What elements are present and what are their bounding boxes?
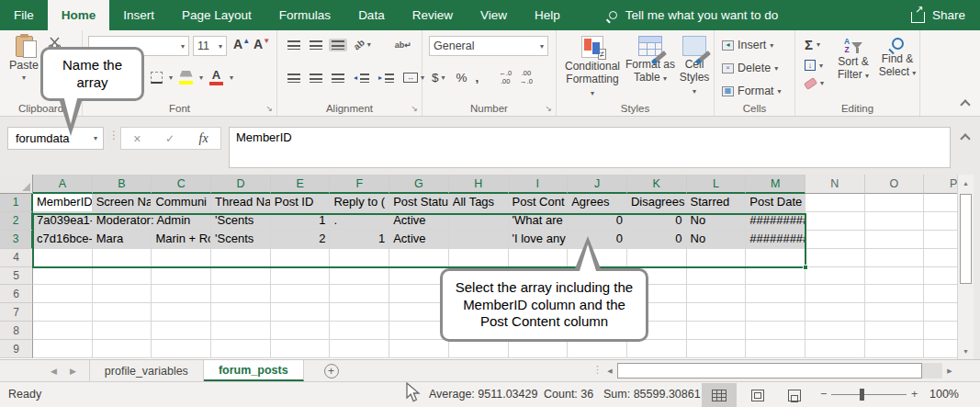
cell-I2[interactable]: 'What are — [509, 212, 569, 231]
cell-D8[interactable] — [211, 322, 271, 340]
cell-N6[interactable] — [805, 285, 865, 303]
cell-H3[interactable] — [449, 231, 509, 249]
cell-E8[interactable] — [271, 322, 331, 340]
normal-view-button[interactable] — [702, 383, 737, 407]
row-header-1[interactable]: 1 — [0, 194, 33, 212]
select-all-corner[interactable] — [0, 175, 33, 194]
cell-K1[interactable]: Disagrees — [627, 194, 687, 212]
cell-O4[interactable] — [865, 249, 925, 267]
column-header-K[interactable]: K — [627, 175, 687, 194]
cell-N9[interactable] — [805, 340, 865, 358]
number-format-combo[interactable]: General▾ — [429, 36, 548, 56]
cell-M3[interactable]: ######### — [746, 231, 805, 249]
cell-A4[interactable] — [33, 249, 93, 267]
comma-style-button[interactable]: , — [476, 71, 479, 85]
cell-M9[interactable] — [746, 340, 805, 358]
format-cells-button[interactable]: ▦Format▾ — [722, 85, 782, 97]
column-header-D[interactable]: D — [211, 175, 271, 194]
cell-N1[interactable] — [805, 194, 865, 212]
column-header-A[interactable]: A — [33, 175, 93, 194]
middle-align-button[interactable] — [307, 39, 325, 51]
column-header-L[interactable]: L — [687, 175, 747, 194]
cell-C7[interactable] — [152, 303, 211, 322]
tab-file[interactable]: File — [0, 0, 48, 30]
cell-A9[interactable] — [33, 340, 93, 358]
cell-A2[interactable]: 7a039ea1- — [33, 212, 93, 231]
zoom-out-button[interactable]: − — [820, 388, 827, 401]
cell-B8[interactable] — [93, 322, 152, 340]
new-sheet-button[interactable]: + — [324, 364, 339, 379]
cell-O6[interactable] — [865, 285, 925, 303]
cell-P3[interactable] — [924, 231, 957, 249]
cell-D7[interactable] — [211, 303, 271, 322]
cell-N3[interactable] — [805, 231, 865, 249]
cell-E7[interactable] — [271, 303, 331, 322]
row-header-3[interactable]: 3 — [0, 231, 33, 249]
column-header-M[interactable]: M — [746, 175, 805, 194]
cell-O2[interactable] — [865, 212, 925, 231]
cell-B5[interactable] — [93, 267, 152, 286]
cell-B3[interactable]: Mara — [93, 231, 152, 249]
cell-F4[interactable] — [330, 249, 389, 267]
formula-input[interactable]: MemberID — [229, 127, 951, 168]
cell-M4[interactable] — [746, 249, 805, 267]
cell-F6[interactable] — [330, 285, 389, 303]
cell-L7[interactable] — [687, 303, 747, 322]
cell-H2[interactable] — [449, 212, 509, 231]
column-header-N[interactable]: N — [805, 175, 865, 194]
column-header-F[interactable]: F — [330, 175, 389, 194]
cell-C3[interactable]: Marin + Ro — [152, 231, 211, 249]
top-align-button[interactable] — [285, 39, 303, 51]
cell-G2[interactable]: Active — [389, 212, 449, 231]
column-header-E[interactable]: E — [271, 175, 331, 194]
align-right-button[interactable] — [329, 72, 347, 85]
cell-G9[interactable] — [389, 340, 449, 358]
cell-N7[interactable] — [805, 303, 865, 322]
tab-formulas[interactable]: Formulas — [265, 0, 344, 30]
cell-H1[interactable]: All Tags — [449, 194, 509, 212]
cell-B2[interactable]: Moderator: Admin — [93, 212, 152, 231]
cell-J1[interactable]: Agrees — [568, 194, 627, 212]
row-header-4[interactable]: 4 — [0, 249, 33, 267]
cell-D2[interactable]: 'Scents — [211, 212, 271, 231]
cell-E3[interactable]: 2 — [271, 231, 331, 249]
cell-F5[interactable] — [330, 267, 389, 286]
orientation-button[interactable]: ab▾ — [351, 38, 374, 51]
decrease-indent-button[interactable]: ◂ — [351, 72, 372, 85]
cancel-button[interactable]: × — [133, 131, 141, 146]
cell-O5[interactable] — [865, 267, 925, 286]
cell-P1[interactable] — [924, 194, 957, 212]
cell-C5[interactable] — [152, 267, 211, 286]
cell-K4[interactable] — [627, 249, 687, 267]
cell-E4[interactable] — [271, 249, 331, 267]
cell-O3[interactable] — [865, 231, 925, 249]
find-select-button[interactable]: Find & Select ▾ — [876, 38, 918, 79]
scroll-up-arrow[interactable]: ▲ — [958, 175, 974, 191]
formula-bar-collapse-button[interactable] — [956, 129, 974, 148]
tab-help[interactable]: Help — [521, 0, 574, 30]
cell-D9[interactable] — [211, 340, 271, 358]
wrap-text-button[interactable]: ab↵ — [392, 39, 414, 51]
tab-page-layout[interactable]: Page Layout — [168, 0, 265, 30]
cell-L5[interactable] — [687, 267, 747, 286]
cell-P8[interactable] — [924, 322, 957, 340]
cell-P9[interactable] — [924, 340, 957, 358]
paste-dropdown-arrow[interactable]: ▾ — [22, 73, 26, 82]
zoom-slider-track[interactable] — [831, 394, 907, 395]
column-header-H[interactable]: H — [449, 175, 509, 194]
cell-A7[interactable] — [33, 303, 93, 322]
cell-I3[interactable]: 'I love any — [509, 231, 569, 249]
cell-B4[interactable] — [93, 249, 152, 267]
cell-L8[interactable] — [687, 322, 747, 340]
delete-cells-button[interactable]: ×Delete▾ — [722, 62, 778, 74]
cell-I1[interactable]: Post Cont — [509, 194, 569, 212]
column-header-G[interactable]: G — [389, 175, 449, 194]
cell-B7[interactable] — [93, 303, 152, 322]
cell-F7[interactable] — [330, 303, 389, 322]
fill-color-button[interactable] — [179, 71, 193, 85]
hscroll-left-arrow[interactable]: ◀ — [603, 363, 617, 379]
cell-P4[interactable] — [924, 249, 957, 267]
vertical-scrollbar[interactable]: ▲ ▼ — [957, 175, 974, 359]
decrease-decimal-button[interactable]: .00 →.0 — [520, 70, 533, 85]
cell-N2[interactable] — [805, 212, 865, 231]
